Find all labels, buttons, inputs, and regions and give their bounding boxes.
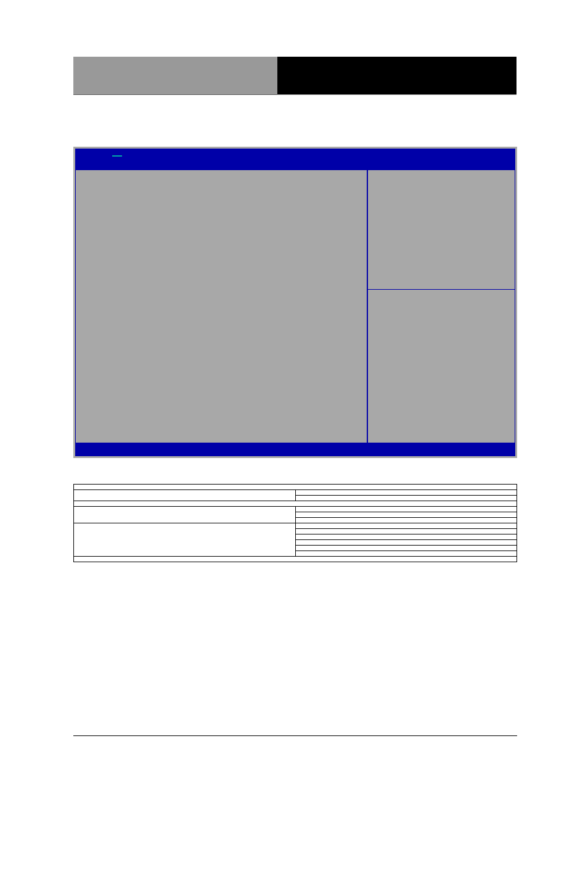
header-right	[277, 57, 517, 95]
page-header	[73, 57, 517, 95]
opt-serial-port-label	[74, 490, 296, 501]
bios-help-panel	[367, 170, 515, 443]
opt-cs-note	[74, 557, 517, 562]
opt-device-mode-rs485	[295, 518, 517, 523]
opt-device-mode-rs232	[295, 507, 517, 512]
bios-title-bar	[75, 149, 515, 170]
opt-cs-4	[295, 546, 517, 551]
opt-cs-5	[295, 551, 517, 557]
opt-device-mode-rs422	[295, 512, 517, 518]
opt-change-settings-label	[74, 523, 296, 557]
opt-cs-1	[295, 529, 517, 534]
opt-serial-port-disabled	[295, 490, 517, 496]
bios-screenshot	[73, 147, 517, 458]
opt-cs-2	[295, 534, 517, 540]
opt-cs-auto	[295, 523, 517, 529]
header-left-blank	[73, 57, 277, 95]
footer-rule	[73, 735, 517, 736]
opt-serial-port-enabled	[295, 496, 517, 501]
opt-device-mode-label	[74, 507, 296, 523]
bios-key-legend	[368, 290, 515, 443]
opt-serial-port-note	[74, 501, 517, 507]
opt-cs-3	[295, 540, 517, 546]
bios-tab-advanced[interactable]	[112, 155, 122, 157]
table-title	[74, 485, 517, 490]
bios-settings-panel	[75, 170, 367, 443]
bios-footer-text	[75, 443, 515, 456]
options-summary-table	[73, 484, 517, 562]
bios-body	[75, 170, 515, 443]
bios-help-description	[368, 170, 515, 290]
